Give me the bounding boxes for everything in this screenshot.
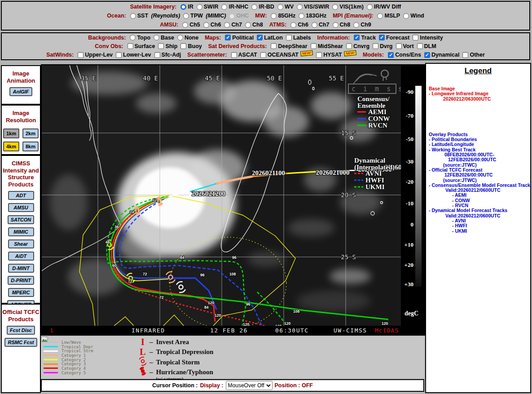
radio-tpw[interactable]: TPW (MIMIC) xyxy=(183,13,226,19)
checkbox-other[interactable]: Other xyxy=(462,52,484,58)
res-4km-button[interactable]: 4km xyxy=(3,142,19,151)
satellite-map[interactable]: 35 E 40 E 45 E 50 E 55 E 15 S 20 S 25 S xyxy=(42,65,401,335)
checkbox-vort[interactable]: Vort xyxy=(396,43,414,49)
adt-button[interactable]: ADT xyxy=(8,191,34,200)
checkbox-midshear[interactable]: MidShear xyxy=(311,43,343,49)
checkbox-latlon[interactable]: ✓LatLon xyxy=(257,35,283,41)
checkbox-control[interactable] xyxy=(286,35,292,40)
checkbox-control[interactable] xyxy=(311,43,317,49)
radio-ir-bd[interactable]: IR-BD xyxy=(251,4,274,10)
radio-ch5[interactable]: Ch5 xyxy=(182,22,200,28)
checkbox-control[interactable] xyxy=(417,43,423,49)
checkbox-cons-ens[interactable]: ✓Cons/Ens xyxy=(388,52,421,58)
checkbox-control[interactable] xyxy=(154,52,160,58)
checkbox-oceansat[interactable]: OCEANSATNEW! xyxy=(260,52,313,58)
radio-control[interactable] xyxy=(367,4,373,10)
radio-control[interactable] xyxy=(297,4,303,10)
checkbox-control[interactable] xyxy=(373,43,378,49)
checkbox-upper-lev[interactable]: Upper-Lev xyxy=(78,52,113,58)
mouseover-select[interactable]: MouseOver Off xyxy=(226,381,273,390)
radio-ch7[interactable]: Ch7 xyxy=(312,22,330,28)
radio-control[interactable] xyxy=(182,22,188,28)
fcst-disc-button[interactable]: Fcst Disc xyxy=(7,326,35,335)
radio-ch7[interactable]: Ch7 xyxy=(224,22,242,28)
radio-none[interactable]: None xyxy=(177,35,198,41)
d-print-button[interactable]: D-PRINT xyxy=(8,276,34,285)
shear-button[interactable]: Shear xyxy=(8,239,34,248)
amsu-button[interactable]: AMSU xyxy=(8,203,34,212)
radio-sst[interactable]: SST (Reynolds) xyxy=(130,13,180,19)
radio-ohc[interactable]: OHC xyxy=(229,13,249,19)
radio-ch8[interactable]: Ch8 xyxy=(333,22,351,28)
checkbox-deepshear[interactable]: DeepShear xyxy=(271,43,307,49)
checkbox-surface[interactable]: Surface xyxy=(128,43,155,49)
radio-ch8[interactable]: Ch8 xyxy=(245,22,263,28)
radio-control[interactable] xyxy=(403,13,409,19)
checkbox-forecast[interactable]: ✓Forecast xyxy=(379,35,409,41)
radio-base[interactable]: Base xyxy=(154,35,174,41)
checkbox-control[interactable] xyxy=(271,43,277,49)
checkbox-control[interactable] xyxy=(116,52,122,58)
radio-swir[interactable]: SWIR xyxy=(197,4,219,10)
radio-control[interactable] xyxy=(245,22,251,28)
checkbox-labels[interactable]: Labels xyxy=(286,35,311,41)
radio-control[interactable] xyxy=(312,22,317,28)
checkbox-buoy[interactable]: Buoy xyxy=(180,43,202,49)
checkbox-control[interactable] xyxy=(180,43,186,49)
checkbox-control[interactable]: ✓ xyxy=(225,35,231,40)
radio-ch9[interactable]: Ch9 xyxy=(353,22,371,28)
radio-control[interactable] xyxy=(299,13,304,19)
radio-control[interactable] xyxy=(180,4,186,10)
checkbox-control[interactable] xyxy=(78,52,84,58)
radio-control[interactable] xyxy=(290,22,296,28)
res-1km-button[interactable]: 1km xyxy=(3,128,19,138)
radio-control[interactable] xyxy=(353,22,359,28)
radio-control[interactable] xyxy=(154,35,159,40)
res-8km-button[interactable]: 8km xyxy=(22,142,39,151)
checkbox-control[interactable] xyxy=(260,52,266,58)
checkbox-control[interactable] xyxy=(128,43,133,49)
checkbox-dynamical[interactable]: ✓Dynamical xyxy=(424,52,460,58)
mperc-button[interactable]: MPERC xyxy=(8,288,34,297)
checkbox-cnvrg[interactable]: Cnvrg xyxy=(346,43,369,49)
checkbox-control[interactable]: ✓ xyxy=(354,35,360,40)
radio-ir[interactable]: IR xyxy=(180,4,193,10)
checkbox-control[interactable] xyxy=(396,43,402,49)
checkbox-control[interactable] xyxy=(316,52,322,58)
radio-control[interactable] xyxy=(277,4,283,10)
checkbox-dvrg[interactable]: Dvrg xyxy=(373,43,392,49)
radio-ir-wv-diff[interactable]: IR/WV Diff xyxy=(367,4,401,10)
checkbox-control[interactable]: ✓ xyxy=(257,35,263,40)
d-mint-button[interactable]: D-MINT xyxy=(8,264,34,273)
checkbox-ship[interactable]: Ship xyxy=(158,43,177,49)
radio-mslp[interactable]: MSLP xyxy=(377,13,400,19)
radio-control[interactable] xyxy=(197,4,202,10)
checkbox-control[interactable]: ✓ xyxy=(424,52,430,58)
radio-control[interactable] xyxy=(221,4,227,10)
checkbox-control[interactable] xyxy=(231,52,237,58)
checkbox-intensity[interactable]: Intensity xyxy=(413,35,443,41)
radio-control[interactable] xyxy=(229,13,235,19)
radio-vis-1km[interactable]: VIS(1km) xyxy=(332,4,364,10)
checkbox-sfc-adj[interactable]: Sfc-Adj xyxy=(154,52,181,58)
checkbox-political[interactable]: ✓Political xyxy=(225,35,254,41)
rsmc-fcst-button[interactable]: RSMC Fcst xyxy=(4,338,37,347)
radio-wv[interactable]: WV xyxy=(277,4,294,10)
checkbox-control[interactable]: ✓ xyxy=(379,35,385,40)
radio-control[interactable] xyxy=(183,13,189,19)
checkbox-ascat[interactable]: ASCAT xyxy=(231,52,257,58)
mimic-button[interactable]: MIMIC xyxy=(8,227,34,236)
radio-control[interactable] xyxy=(251,4,257,10)
checkbox-control[interactable]: ✓ xyxy=(388,52,394,58)
checkbox-track[interactable]: ✓Track xyxy=(354,35,376,41)
radio-wind[interactable]: Wind xyxy=(403,13,424,19)
radio-topo[interactable]: Topo xyxy=(130,35,150,41)
radio-ch6[interactable]: Ch6 xyxy=(203,22,221,28)
radio-ir-nhc[interactable]: IR-NHC xyxy=(221,4,248,10)
checkbox-control[interactable] xyxy=(346,43,352,49)
radio-control[interactable] xyxy=(130,13,136,19)
checkbox-dlm[interactable]: DLM xyxy=(417,43,436,49)
checkbox-hysat[interactable]: HYSATNEW! xyxy=(316,52,356,58)
radio-control[interactable] xyxy=(332,4,338,10)
radio-control[interactable] xyxy=(177,35,183,40)
